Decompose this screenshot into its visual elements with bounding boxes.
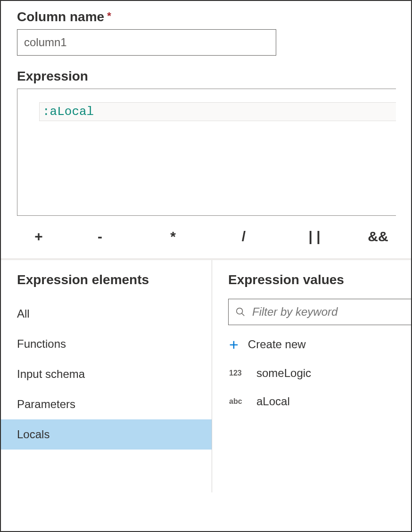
element-item-locals[interactable]: Locals [1, 419, 212, 450]
operator-divide-button[interactable]: / [208, 225, 279, 248]
elements-list: All Functions Input schema Parameters Lo… [1, 299, 212, 450]
element-item-functions[interactable]: Functions [1, 329, 212, 359]
required-star-icon: * [107, 10, 111, 22]
expression-elements-pane: Expression elements All Functions Input … [1, 260, 212, 492]
element-item-input-schema[interactable]: Input schema [1, 359, 212, 389]
plus-icon: + [229, 336, 239, 352]
filter-search-input[interactable] [251, 305, 405, 319]
expression-values-title: Expression values [228, 272, 411, 287]
top-section: Column name * Expression :aLocal [1, 1, 411, 216]
expression-label: Expression [17, 69, 395, 84]
operator-and-button[interactable]: && [350, 225, 406, 248]
bottom-section: Expression elements All Functions Input … [1, 260, 411, 492]
create-new-label: Create new [248, 338, 306, 351]
operator-or-button[interactable]: | | [279, 225, 350, 248]
expression-editor[interactable]: :aLocal [17, 89, 396, 216]
filter-search-box[interactable] [228, 299, 412, 325]
column-name-label: Column name * [17, 9, 395, 25]
column-name-label-text: Column name [17, 9, 104, 25]
expression-content[interactable]: :aLocal [39, 102, 396, 121]
column-name-input[interactable] [17, 29, 276, 56]
expression-elements-title: Expression elements [17, 272, 212, 287]
value-name: aLocal [256, 395, 290, 408]
operator-multiply-button[interactable]: * [138, 225, 208, 248]
operator-plus-button[interactable]: + [15, 225, 62, 248]
value-name: someLogic [256, 367, 311, 380]
value-item-somelogic[interactable]: 123 someLogic [228, 359, 411, 387]
element-item-parameters[interactable]: Parameters [1, 389, 212, 419]
operator-toolbar: + - * / | | && [1, 216, 411, 257]
expression-values-pane: Expression values + Create new 123 someL… [212, 260, 411, 492]
string-type-icon: abc [229, 397, 245, 406]
create-new-button[interactable]: + Create new [228, 325, 411, 359]
value-item-alocal[interactable]: abc aLocal [228, 387, 411, 416]
element-item-all[interactable]: All [1, 299, 212, 329]
numeric-type-icon: 123 [229, 369, 245, 377]
operator-minus-button[interactable]: - [62, 225, 138, 248]
expression-builder-panel: Column name * Expression :aLocal + - * /… [0, 0, 412, 532]
search-icon [235, 307, 246, 317]
